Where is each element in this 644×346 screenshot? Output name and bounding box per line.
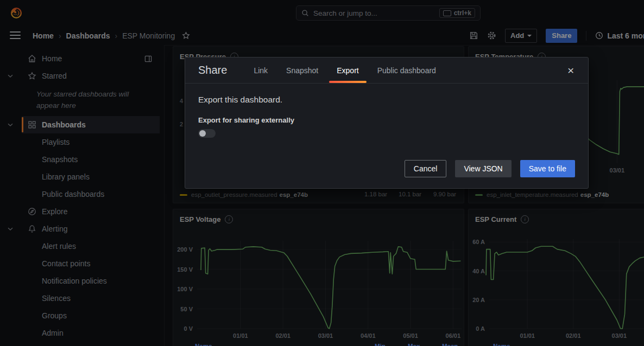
- share-modal-footer: CancelView JSONSave to file: [405, 160, 575, 177]
- tab-export[interactable]: Export: [337, 57, 358, 83]
- share-modal-header: Share LinkSnapshotExportPublic dashboard: [185, 57, 588, 84]
- export-externally-label: Export for sharing externally: [198, 116, 575, 124]
- share-modal-body: Export this dashboard. Export for sharin…: [185, 84, 588, 140]
- modal-title: Share: [198, 64, 227, 76]
- share-modal: Share LinkSnapshotExportPublic dashboard…: [185, 57, 589, 189]
- tab-public-dashboard[interactable]: Public dashboard: [377, 57, 436, 83]
- view-json-button[interactable]: View JSON: [455, 160, 511, 177]
- save-to-file-button[interactable]: Save to file: [520, 160, 575, 177]
- grafana-app: Search or jump to... ctrl+k Home Dashboa…: [0, 0, 644, 346]
- export-description: Export this dashboard.: [198, 95, 575, 105]
- close-icon[interactable]: [564, 63, 577, 76]
- export-externally-toggle[interactable]: [198, 129, 216, 138]
- tab-link[interactable]: Link: [254, 57, 268, 83]
- tab-snapshot[interactable]: Snapshot: [286, 57, 318, 83]
- cancel-button[interactable]: Cancel: [405, 160, 447, 177]
